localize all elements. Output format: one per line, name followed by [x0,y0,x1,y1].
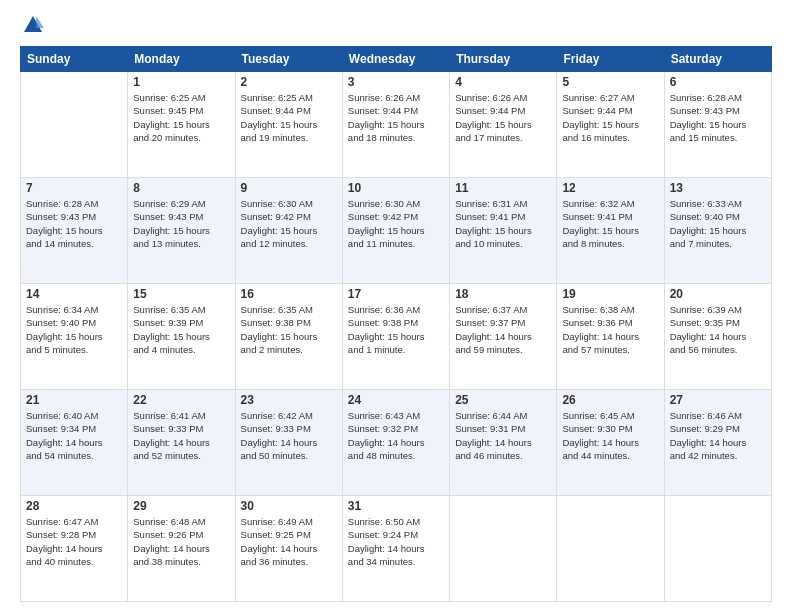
day-number: 4 [455,75,551,89]
col-header-wednesday: Wednesday [342,47,449,72]
calendar-cell: 18Sunrise: 6:37 AM Sunset: 9:37 PM Dayli… [450,284,557,390]
day-info: Sunrise: 6:47 AM Sunset: 9:28 PM Dayligh… [26,515,122,568]
day-info: Sunrise: 6:32 AM Sunset: 9:41 PM Dayligh… [562,197,658,250]
day-info: Sunrise: 6:37 AM Sunset: 9:37 PM Dayligh… [455,303,551,356]
day-number: 12 [562,181,658,195]
day-number: 17 [348,287,444,301]
day-number: 31 [348,499,444,513]
calendar-cell: 19Sunrise: 6:38 AM Sunset: 9:36 PM Dayli… [557,284,664,390]
calendar-cell: 12Sunrise: 6:32 AM Sunset: 9:41 PM Dayli… [557,178,664,284]
calendar-cell: 14Sunrise: 6:34 AM Sunset: 9:40 PM Dayli… [21,284,128,390]
calendar-cell: 20Sunrise: 6:39 AM Sunset: 9:35 PM Dayli… [664,284,771,390]
day-info: Sunrise: 6:35 AM Sunset: 9:39 PM Dayligh… [133,303,229,356]
day-number: 22 [133,393,229,407]
svg-marker-1 [36,16,44,28]
calendar-cell: 13Sunrise: 6:33 AM Sunset: 9:40 PM Dayli… [664,178,771,284]
calendar-cell: 7Sunrise: 6:28 AM Sunset: 9:43 PM Daylig… [21,178,128,284]
day-number: 15 [133,287,229,301]
calendar-cell: 11Sunrise: 6:31 AM Sunset: 9:41 PM Dayli… [450,178,557,284]
day-info: Sunrise: 6:29 AM Sunset: 9:43 PM Dayligh… [133,197,229,250]
day-info: Sunrise: 6:36 AM Sunset: 9:38 PM Dayligh… [348,303,444,356]
calendar-cell [21,72,128,178]
logo-icon [22,14,44,36]
day-number: 27 [670,393,766,407]
day-number: 10 [348,181,444,195]
day-number: 14 [26,287,122,301]
calendar-cell: 2Sunrise: 6:25 AM Sunset: 9:44 PM Daylig… [235,72,342,178]
calendar-cell: 1Sunrise: 6:25 AM Sunset: 9:45 PM Daylig… [128,72,235,178]
calendar-cell: 9Sunrise: 6:30 AM Sunset: 9:42 PM Daylig… [235,178,342,284]
day-number: 2 [241,75,337,89]
day-info: Sunrise: 6:41 AM Sunset: 9:33 PM Dayligh… [133,409,229,462]
calendar-cell: 29Sunrise: 6:48 AM Sunset: 9:26 PM Dayli… [128,496,235,602]
calendar-cell [664,496,771,602]
day-number: 13 [670,181,766,195]
day-number: 29 [133,499,229,513]
day-info: Sunrise: 6:46 AM Sunset: 9:29 PM Dayligh… [670,409,766,462]
calendar-cell: 15Sunrise: 6:35 AM Sunset: 9:39 PM Dayli… [128,284,235,390]
col-header-sunday: Sunday [21,47,128,72]
day-number: 23 [241,393,337,407]
day-number: 20 [670,287,766,301]
day-info: Sunrise: 6:30 AM Sunset: 9:42 PM Dayligh… [348,197,444,250]
day-number: 18 [455,287,551,301]
day-info: Sunrise: 6:48 AM Sunset: 9:26 PM Dayligh… [133,515,229,568]
day-info: Sunrise: 6:25 AM Sunset: 9:45 PM Dayligh… [133,91,229,144]
day-info: Sunrise: 6:44 AM Sunset: 9:31 PM Dayligh… [455,409,551,462]
day-info: Sunrise: 6:42 AM Sunset: 9:33 PM Dayligh… [241,409,337,462]
day-number: 30 [241,499,337,513]
calendar-cell: 21Sunrise: 6:40 AM Sunset: 9:34 PM Dayli… [21,390,128,496]
logo [20,16,44,36]
calendar-cell: 5Sunrise: 6:27 AM Sunset: 9:44 PM Daylig… [557,72,664,178]
day-info: Sunrise: 6:35 AM Sunset: 9:38 PM Dayligh… [241,303,337,356]
calendar-cell [557,496,664,602]
calendar-cell: 22Sunrise: 6:41 AM Sunset: 9:33 PM Dayli… [128,390,235,496]
day-info: Sunrise: 6:27 AM Sunset: 9:44 PM Dayligh… [562,91,658,144]
day-info: Sunrise: 6:25 AM Sunset: 9:44 PM Dayligh… [241,91,337,144]
day-number: 26 [562,393,658,407]
calendar-cell: 28Sunrise: 6:47 AM Sunset: 9:28 PM Dayli… [21,496,128,602]
calendar-cell: 3Sunrise: 6:26 AM Sunset: 9:44 PM Daylig… [342,72,449,178]
day-number: 11 [455,181,551,195]
calendar-cell: 6Sunrise: 6:28 AM Sunset: 9:43 PM Daylig… [664,72,771,178]
day-info: Sunrise: 6:28 AM Sunset: 9:43 PM Dayligh… [670,91,766,144]
day-number: 16 [241,287,337,301]
calendar-cell: 25Sunrise: 6:44 AM Sunset: 9:31 PM Dayli… [450,390,557,496]
day-number: 6 [670,75,766,89]
col-header-tuesday: Tuesday [235,47,342,72]
calendar-cell: 23Sunrise: 6:42 AM Sunset: 9:33 PM Dayli… [235,390,342,496]
day-info: Sunrise: 6:38 AM Sunset: 9:36 PM Dayligh… [562,303,658,356]
day-info: Sunrise: 6:40 AM Sunset: 9:34 PM Dayligh… [26,409,122,462]
col-header-saturday: Saturday [664,47,771,72]
day-number: 8 [133,181,229,195]
calendar-cell: 8Sunrise: 6:29 AM Sunset: 9:43 PM Daylig… [128,178,235,284]
day-info: Sunrise: 6:30 AM Sunset: 9:42 PM Dayligh… [241,197,337,250]
day-number: 28 [26,499,122,513]
day-info: Sunrise: 6:49 AM Sunset: 9:25 PM Dayligh… [241,515,337,568]
calendar-cell: 31Sunrise: 6:50 AM Sunset: 9:24 PM Dayli… [342,496,449,602]
day-info: Sunrise: 6:28 AM Sunset: 9:43 PM Dayligh… [26,197,122,250]
day-info: Sunrise: 6:34 AM Sunset: 9:40 PM Dayligh… [26,303,122,356]
calendar-cell: 4Sunrise: 6:26 AM Sunset: 9:44 PM Daylig… [450,72,557,178]
day-info: Sunrise: 6:31 AM Sunset: 9:41 PM Dayligh… [455,197,551,250]
calendar-table: SundayMondayTuesdayWednesdayThursdayFrid… [20,46,772,602]
col-header-thursday: Thursday [450,47,557,72]
day-number: 24 [348,393,444,407]
calendar-cell: 27Sunrise: 6:46 AM Sunset: 9:29 PM Dayli… [664,390,771,496]
calendar-cell [450,496,557,602]
day-number: 7 [26,181,122,195]
day-info: Sunrise: 6:39 AM Sunset: 9:35 PM Dayligh… [670,303,766,356]
day-info: Sunrise: 6:50 AM Sunset: 9:24 PM Dayligh… [348,515,444,568]
day-info: Sunrise: 6:45 AM Sunset: 9:30 PM Dayligh… [562,409,658,462]
calendar-cell: 17Sunrise: 6:36 AM Sunset: 9:38 PM Dayli… [342,284,449,390]
col-header-friday: Friday [557,47,664,72]
calendar-cell: 10Sunrise: 6:30 AM Sunset: 9:42 PM Dayli… [342,178,449,284]
calendar-cell: 16Sunrise: 6:35 AM Sunset: 9:38 PM Dayli… [235,284,342,390]
calendar-cell: 30Sunrise: 6:49 AM Sunset: 9:25 PM Dayli… [235,496,342,602]
day-number: 19 [562,287,658,301]
day-number: 21 [26,393,122,407]
day-number: 25 [455,393,551,407]
day-info: Sunrise: 6:33 AM Sunset: 9:40 PM Dayligh… [670,197,766,250]
calendar-cell: 24Sunrise: 6:43 AM Sunset: 9:32 PM Dayli… [342,390,449,496]
day-info: Sunrise: 6:26 AM Sunset: 9:44 PM Dayligh… [348,91,444,144]
